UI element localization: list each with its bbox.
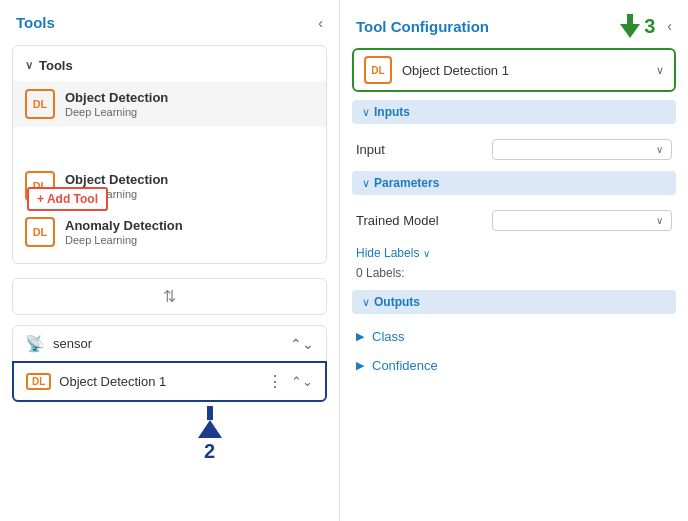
tool-selector-badge: DL bbox=[364, 56, 392, 84]
sensor-left: 📡 sensor bbox=[25, 334, 92, 353]
tool-item-object-detection-1[interactable]: DL Object Detection Deep Learning bbox=[13, 81, 326, 127]
more-options-icon[interactable]: ⋮ bbox=[267, 372, 283, 391]
tool-name-2: Object Detection bbox=[65, 172, 168, 187]
left-panel: Tools ‹ ∨ Tools DL Object Detection Deep… bbox=[0, 0, 340, 521]
hide-labels-row[interactable]: Hide Labels ∨ bbox=[352, 242, 676, 264]
tool-name-3: Anomaly Detection bbox=[65, 218, 183, 233]
right-panel-title: Tool Configuration bbox=[356, 18, 489, 35]
trained-model-row: Trained Model ∨ bbox=[352, 203, 676, 238]
left-panel-collapse-icon[interactable]: ‹ bbox=[318, 15, 323, 31]
right-header-right: 3 ‹ bbox=[620, 14, 672, 38]
tool-sub-1: Deep Learning bbox=[65, 106, 168, 118]
dl-badge-3: DL bbox=[25, 217, 55, 247]
inputs-chevron-icon: ∨ bbox=[362, 106, 370, 119]
arrow-down-green bbox=[620, 14, 640, 38]
annotation-3: 3 bbox=[620, 14, 655, 38]
hide-labels-chevron-icon: ∨ bbox=[423, 248, 430, 259]
config-content: ∨ Inputs Input ∨ ∨ Parameters Trained Mo… bbox=[340, 100, 688, 521]
annotation-num-3: 3 bbox=[644, 15, 655, 38]
tool-name-selector[interactable]: DL Object Detection 1 ∨ bbox=[352, 48, 676, 92]
output-confidence-label: Confidence bbox=[372, 358, 438, 373]
tool-info-1: Object Detection Deep Learning bbox=[65, 90, 168, 118]
trained-model-select[interactable]: ∨ bbox=[492, 210, 672, 231]
outputs-section-label: Outputs bbox=[374, 295, 420, 309]
input-label: Input bbox=[356, 142, 385, 157]
inputs-section-bar[interactable]: ∨ Inputs bbox=[352, 100, 676, 124]
parameters-section-bar[interactable]: ∨ Parameters bbox=[352, 171, 676, 195]
left-panel-header: Tools ‹ bbox=[0, 0, 339, 41]
parameters-section-label: Parameters bbox=[374, 176, 439, 190]
pipeline-expand-icon[interactable]: ⌃⌄ bbox=[291, 374, 313, 389]
output-confidence-expand-icon: ▶ bbox=[356, 359, 364, 372]
tool-sub-3: Deep Learning bbox=[65, 234, 183, 246]
arrow-stem-2 bbox=[207, 406, 213, 420]
tool-info-3: Anomaly Detection Deep Learning bbox=[65, 218, 183, 246]
outputs-chevron-icon: ∨ bbox=[362, 296, 370, 309]
trained-model-select-chevron-icon: ∨ bbox=[656, 215, 663, 226]
annotation-2: 2 bbox=[80, 406, 339, 463]
output-class-expand-icon: ▶ bbox=[356, 330, 364, 343]
add-tool-annotation: + Add Tool bbox=[27, 187, 108, 211]
tool-selector-name: Object Detection 1 bbox=[402, 63, 656, 78]
tools-section-header: ∨ Tools bbox=[13, 54, 326, 81]
tools-section-label: Tools bbox=[39, 58, 73, 73]
sort-section: ⇅ bbox=[12, 278, 327, 315]
inputs-section-label: Inputs bbox=[374, 105, 410, 119]
pipeline-section: 📡 sensor ⌃⌄ DL Object Detection 1 ⋮ ⌃⌄ bbox=[12, 325, 327, 402]
trained-model-label: Trained Model bbox=[356, 213, 439, 228]
sort-icon: ⇅ bbox=[163, 287, 176, 306]
arrow-head-green bbox=[620, 24, 640, 38]
outputs-section-bar[interactable]: ∨ Outputs bbox=[352, 290, 676, 314]
parameters-chevron-icon: ∨ bbox=[362, 177, 370, 190]
input-select[interactable]: ∨ bbox=[492, 139, 672, 160]
pipeline-dl-badge: DL bbox=[26, 373, 51, 390]
tool-name-1: Object Detection bbox=[65, 90, 168, 105]
pipeline-item[interactable]: DL Object Detection 1 ⋮ ⌃⌄ bbox=[12, 361, 327, 402]
dl-badge-1: DL bbox=[25, 89, 55, 119]
right-panel-collapse-icon[interactable]: ‹ bbox=[667, 18, 672, 34]
hide-labels-label: Hide Labels bbox=[356, 246, 419, 260]
pipeline-item-right: ⋮ ⌃⌄ bbox=[267, 372, 313, 391]
sensor-expand-icon[interactable]: ⌃⌄ bbox=[290, 336, 314, 352]
input-select-chevron-icon: ∨ bbox=[656, 144, 663, 155]
arrow-up-2 bbox=[198, 420, 222, 438]
sensor-label: sensor bbox=[53, 336, 92, 351]
pipeline-item-name: Object Detection 1 bbox=[59, 374, 166, 389]
right-panel: Tool Configuration 3 ‹ DL Object Detecti… bbox=[340, 0, 688, 521]
pipeline-item-left: DL Object Detection 1 bbox=[26, 373, 166, 390]
input-row: Input ∨ bbox=[352, 132, 676, 167]
sensor-icon: 📡 bbox=[25, 334, 45, 353]
annotation-num-2: 2 bbox=[204, 440, 215, 463]
sensor-row[interactable]: 📡 sensor ⌃⌄ bbox=[12, 325, 327, 362]
add-tool-button[interactable]: + Add Tool bbox=[27, 187, 108, 211]
selector-chevron-icon: ∨ bbox=[656, 64, 664, 77]
chevron-down-icon: ∨ bbox=[25, 59, 33, 72]
right-panel-header: Tool Configuration 3 ‹ bbox=[340, 0, 688, 48]
tools-section: ∨ Tools DL Object Detection Deep Learnin… bbox=[12, 45, 327, 264]
output-class-label: Class bbox=[372, 329, 405, 344]
output-item-confidence[interactable]: ▶ Confidence bbox=[352, 351, 676, 380]
output-item-class[interactable]: ▶ Class bbox=[352, 322, 676, 351]
left-panel-title: Tools bbox=[16, 14, 55, 31]
tool-item-anomaly-detection[interactable]: DL Anomaly Detection Deep Learning bbox=[13, 209, 326, 255]
arrow-stem-green bbox=[627, 14, 633, 24]
labels-count: 0 Labels: bbox=[352, 264, 676, 282]
